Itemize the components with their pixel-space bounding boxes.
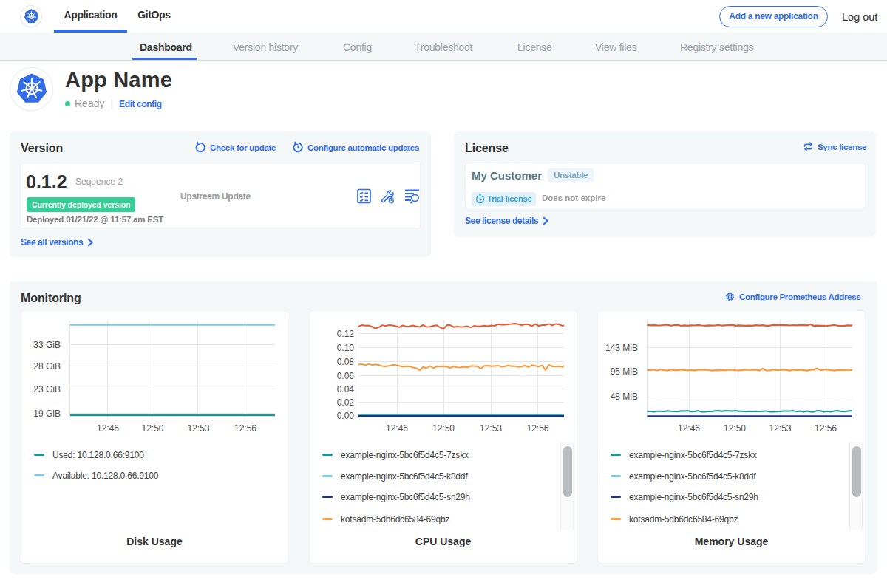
svg-text:12:46: 12:46 (678, 423, 700, 434)
svg-text:143 MiB: 143 MiB (605, 343, 638, 353)
svg-text:12:50: 12:50 (724, 423, 746, 434)
svg-text:0.12: 0.12 (337, 329, 355, 339)
svg-text:12:53: 12:53 (480, 423, 502, 434)
svg-text:0.10: 0.10 (337, 343, 355, 353)
svg-text:23 GiB: 23 GiB (33, 384, 61, 394)
svg-text:12:56: 12:56 (526, 423, 548, 434)
svg-text:12:46: 12:46 (386, 423, 408, 434)
svg-text:12:53: 12:53 (187, 423, 209, 434)
svg-text:12:56: 12:56 (815, 423, 837, 434)
svg-text:12:50: 12:50 (432, 423, 455, 434)
svg-text:28 GiB: 28 GiB (33, 361, 61, 372)
svg-text:95 MiB: 95 MiB (611, 366, 638, 377)
svg-text:0.02: 0.02 (337, 397, 355, 408)
svg-text:0.00: 0.00 (337, 411, 355, 421)
svg-text:12:53: 12:53 (769, 423, 791, 434)
svg-text:0.08: 0.08 (337, 357, 355, 367)
svg-text:12:46: 12:46 (97, 423, 119, 434)
svg-text:12:56: 12:56 (234, 423, 256, 434)
svg-text:0.06: 0.06 (337, 371, 355, 381)
svg-text:12:50: 12:50 (141, 423, 163, 434)
svg-text:19 GiB: 19 GiB (33, 408, 61, 419)
svg-text:48 MiB: 48 MiB (611, 392, 638, 402)
svg-text:33 GiB: 33 GiB (33, 340, 61, 350)
svg-text:0.04: 0.04 (337, 384, 355, 394)
